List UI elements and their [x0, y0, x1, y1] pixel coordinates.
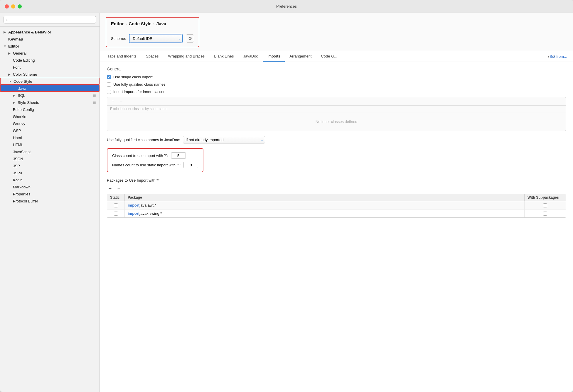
inner-classes-add-button[interactable]: + [110, 98, 116, 104]
sidebar-item-label: JSP [13, 164, 20, 168]
sidebar-item-gherkin[interactable]: Gherkin [0, 113, 100, 120]
set-from-link[interactable]: Set from... [550, 54, 567, 59]
sidebar-item-kotlin[interactable]: Kotlin [0, 176, 100, 183]
sidebar-item-label: JSON [13, 157, 23, 161]
scheme-select[interactable]: Default IDE [129, 34, 182, 43]
tree-arrow-icon: ▶ [8, 73, 13, 76]
sidebar-item-label: Editor [8, 44, 19, 48]
pkg-static-checkbox[interactable] [114, 203, 118, 207]
sidebar-item-label: General [13, 51, 26, 55]
search-bar: ⌕ [0, 13, 100, 27]
search-icon: ⌕ [6, 18, 8, 22]
names-count-label: Names count to use static import with '*… [112, 163, 181, 167]
tree-arrow-icon: ▼ [9, 80, 14, 83]
search-input[interactable] [4, 16, 96, 23]
pkg-static-checkbox[interactable] [114, 212, 118, 216]
header-box: Editor › Code Style › Java Scheme: Defau… [106, 17, 199, 47]
sidebar-item-code-editing[interactable]: Code Editing [0, 57, 100, 64]
sidebar-item-label: Color Scheme [13, 72, 37, 77]
packages-table: Static Package With Subpackages import j… [107, 194, 566, 218]
qualified-select[interactable]: If not already imported [183, 136, 265, 143]
sidebar-item-label: Keymap [8, 37, 23, 41]
scheme-gear-button[interactable]: ⚙ [186, 34, 194, 43]
inner-classes-empty: No inner classes defined [107, 112, 566, 131]
close-button[interactable] [5, 4, 9, 9]
pkg-package-name: javax.swing.* [139, 211, 162, 216]
breadcrumb-editor: Editor [111, 21, 124, 26]
names-count-input[interactable] [183, 162, 198, 168]
sidebar-item-font[interactable]: Font [0, 64, 100, 71]
sidebar-item-markdown[interactable]: Markdown [0, 183, 100, 190]
inner-classes-toolbar: + − [107, 97, 566, 106]
pkg-package-name: java.awt.* [139, 203, 156, 207]
tree-arrow-icon: ▼ [4, 45, 8, 48]
tab-blank-lines[interactable]: Blank Lines [209, 51, 238, 62]
sidebar-item-color-scheme[interactable]: ▶ Color Scheme [0, 71, 100, 78]
javadoc-qualified-row: Use fully qualified class names in JavaD… [107, 136, 566, 143]
col-subpackages: With Subpackages [525, 194, 566, 201]
sidebar-item-label: EditorConfig [13, 107, 34, 112]
pkg-import-keyword: import [128, 211, 139, 216]
sidebar: ⌕ ▶ Appearance & Behavior Keymap ▼ [0, 13, 100, 392]
breadcrumb-sep2: › [153, 21, 155, 26]
sidebar-item-keymap[interactable]: Keymap [0, 36, 100, 43]
sidebar-item-label: Protocol Buffer [13, 199, 38, 203]
count-box: Class count to use import with '*': Name… [107, 148, 203, 172]
main-panel: Editor › Code Style › Java Scheme: Defau… [100, 13, 573, 392]
sidebar-item-label: Groovy [13, 121, 25, 126]
sidebar-item-code-style[interactable]: ▼ Code Style [0, 78, 100, 85]
sidebar-item-style-sheets[interactable]: ▶ Style Sheets ▦ [0, 99, 100, 106]
single-import-checkbox[interactable] [107, 75, 111, 79]
inner-imports-checkbox[interactable] [107, 90, 111, 94]
tree-arrow-icon: ▶ [13, 94, 18, 97]
packages-toolbar: + − [107, 185, 566, 192]
tab-imports[interactable]: Imports [263, 51, 285, 62]
qualified-select-wrap: If not already imported ⌄ [183, 136, 265, 143]
search-wrap: ⌕ [4, 16, 96, 23]
sidebar-item-json[interactable]: JSON [0, 155, 100, 162]
sidebar-item-html[interactable]: HTML [0, 141, 100, 148]
breadcrumb-java: Java [156, 21, 166, 26]
sidebar-item-appearance-behavior[interactable]: ▶ Appearance & Behavior [0, 28, 100, 36]
sidebar-tree: ▶ Appearance & Behavior Keymap ▼ Editor … [0, 27, 100, 392]
sidebar-item-label: Appearance & Behavior [8, 30, 51, 34]
tab-tabs-indents[interactable]: Tabs and Indents [103, 51, 141, 62]
pkg-subpackages-checkbox[interactable] [543, 203, 547, 207]
sidebar-item-properties[interactable]: Properties [0, 190, 100, 197]
maximize-button[interactable] [18, 4, 22, 9]
sidebar-item-label: Gherkin [13, 114, 26, 119]
sidebar-item-jsp[interactable]: JSP [0, 162, 100, 169]
fully-qualified-checkbox[interactable] [107, 82, 111, 87]
inner-classes-remove-button[interactable]: − [118, 98, 124, 104]
minimize-button[interactable] [11, 4, 15, 9]
packages-remove-button[interactable]: − [116, 185, 122, 192]
sidebar-item-javascript[interactable]: JavaScript [0, 148, 100, 155]
col-static: Static [107, 194, 125, 201]
tab-arrangement[interactable]: Arrangement [285, 51, 316, 62]
pkg-subpackages-checkbox[interactable] [543, 212, 547, 216]
tab-wrapping-braces[interactable]: Wrapping and Braces [163, 51, 209, 62]
sidebar-item-sql[interactable]: ▶ SQL ▦ [0, 92, 100, 99]
tab-code-generation[interactable]: Code G... [316, 51, 342, 62]
sidebar-item-protocol-buffer[interactable]: Protocol Buffer [0, 197, 100, 205]
breadcrumb-sep1: › [125, 21, 127, 26]
sidebar-item-haml[interactable]: Haml [0, 134, 100, 141]
sidebar-item-general[interactable]: ▶ General [0, 50, 100, 57]
style-sheets-icon: ▦ [93, 101, 96, 104]
tab-spaces[interactable]: Spaces [141, 51, 163, 62]
pkg-static-cell [107, 209, 125, 217]
sql-icon: ▦ [93, 94, 96, 97]
single-import-row: Use single class import [107, 75, 566, 79]
sidebar-item-editorconfig[interactable]: EditorConfig [0, 106, 100, 113]
sidebar-item-groovy[interactable]: Groovy [0, 120, 100, 127]
javadoc-qualified-label: Use fully qualified class names in JavaD… [107, 138, 180, 142]
sidebar-item-java[interactable]: Java [0, 85, 100, 92]
sidebar-item-editor[interactable]: ▼ Editor [0, 43, 100, 50]
sidebar-item-gsp[interactable]: GSP [0, 127, 100, 134]
sidebar-item-jspx[interactable]: JSPX [0, 169, 100, 176]
sidebar-item-label: Java [18, 86, 26, 91]
titlebar: Preferences [0, 0, 573, 13]
class-count-input[interactable] [171, 152, 186, 159]
tab-javadoc[interactable]: JavaDoc [238, 51, 263, 62]
packages-add-button[interactable]: + [107, 185, 113, 192]
